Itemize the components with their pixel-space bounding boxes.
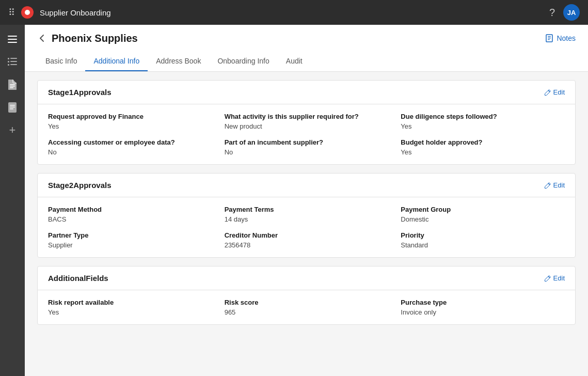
stage2approvals-edit-label: Edit [553, 181, 565, 189]
notes-button[interactable]: Notes [545, 34, 576, 42]
tab-address-book[interactable]: Address Book [148, 52, 209, 71]
page-header-top: Phoenix Supplies Notes [37, 25, 576, 52]
field-value: Yes [401, 122, 565, 130]
field-label: Payment Method [48, 206, 212, 213]
stage2approvals-edit-button[interactable]: Edit [544, 181, 565, 189]
field-label: Risk report available [48, 299, 212, 306]
stage2approvals-title: Stage2Approvals [48, 181, 112, 190]
sidebar-icon-document[interactable] [2, 97, 23, 118]
tab-additional-info[interactable]: Additional Info [85, 52, 148, 71]
tab-audit[interactable]: Audit [278, 52, 311, 71]
back-button[interactable] [37, 33, 47, 43]
svg-rect-4 [10, 58, 17, 59]
field-label: Part of an incumbent supplier? [225, 138, 389, 146]
app-title: Supplier Onboarding [40, 8, 111, 17]
additionalfields-title: AdditionalFields [48, 274, 108, 283]
field-label: What activity is this supplier required … [225, 113, 389, 120]
field-incumbent: Part of an incumbent supplier? No [225, 138, 389, 156]
additionalfields-edit-label: Edit [553, 274, 565, 282]
stage2approvals-header: Stage2Approvals Edit [38, 174, 575, 197]
svg-rect-18 [548, 38, 551, 38]
additionalfields-header: AdditionalFields Edit [38, 267, 575, 290]
field-value: No [48, 148, 212, 156]
field-value: 14 days [225, 215, 389, 223]
svg-rect-17 [548, 36, 551, 37]
field-partner-type: Partner Type Supplier [48, 231, 212, 249]
page-content: Stage1Approvals Edit Request approved by… [25, 72, 588, 376]
field-value: 965 [225, 308, 389, 316]
field-label: Request approved by Finance [48, 113, 212, 120]
field-value: No [225, 148, 389, 156]
field-label: Risk score [225, 299, 389, 306]
field-label: Payment Group [401, 206, 565, 213]
sidebar-icon-file-alt[interactable] [2, 74, 23, 95]
apps-icon[interactable]: ⠿ [8, 7, 15, 18]
page-header: Phoenix Supplies Notes Basic Info Additi… [25, 25, 588, 72]
svg-rect-11 [10, 87, 13, 88]
stage2approvals-body: Payment Method BACS Payment Terms 14 day… [38, 197, 575, 257]
svg-rect-15 [10, 108, 13, 109]
field-risk-score: Risk score 965 [225, 299, 389, 316]
stage1approvals-row-1: Request approved by Finance Yes What act… [48, 113, 565, 130]
svg-rect-7 [8, 64, 9, 66]
stage2approvals-section: Stage2Approvals Edit Payment Method BACS [37, 173, 576, 258]
field-value: New product [225, 122, 389, 130]
stage2approvals-row-1: Payment Method BACS Payment Terms 14 day… [48, 206, 565, 223]
additionalfields-row-1: Risk report available Yes Risk score 965… [48, 299, 565, 316]
field-activity: What activity is this supplier required … [225, 113, 389, 130]
svg-rect-1 [8, 39, 17, 40]
svg-rect-13 [10, 105, 15, 106]
sidebar-icon-menu[interactable] [2, 29, 23, 50]
field-priority: Priority Standard [401, 231, 565, 249]
stage1approvals-row-2: Accessing customer or employee data? No … [48, 138, 565, 156]
field-payment-group: Payment Group Domestic [401, 206, 565, 223]
notes-label: Notes [557, 34, 576, 42]
field-risk-report: Risk report available Yes [48, 299, 212, 316]
svg-rect-8 [10, 64, 17, 65]
field-value: BACS [48, 215, 212, 223]
stage1approvals-edit-button[interactable]: Edit [544, 88, 565, 96]
svg-rect-6 [10, 61, 17, 62]
field-label: Budget holder approved? [401, 138, 565, 146]
help-button[interactable]: ? [549, 7, 555, 19]
sidebar-icon-add[interactable]: + [2, 120, 23, 140]
field-label: Creditor Number [225, 231, 389, 239]
field-value: Yes [401, 148, 565, 156]
topbar-right: ? JA [549, 4, 580, 21]
stage1approvals-header: Stage1Approvals Edit [38, 81, 575, 104]
svg-rect-10 [10, 86, 15, 87]
tab-onboarding-info[interactable]: Onboarding Info [209, 52, 277, 71]
field-customer-data: Accessing customer or employee data? No [48, 138, 212, 156]
sidebar-icon-list[interactable] [2, 52, 23, 72]
field-value: 2356478 [225, 241, 389, 249]
stage1approvals-section: Stage1Approvals Edit Request approved by… [37, 80, 576, 165]
field-value: Domestic [401, 215, 565, 223]
svg-rect-5 [8, 61, 9, 62]
brand-logo [21, 6, 34, 19]
topbar-left: ⠿ Supplier Onboarding [8, 6, 111, 19]
field-value: Yes [48, 122, 212, 130]
additionalfields-body: Risk report available Yes Risk score 965… [38, 290, 575, 324]
field-request-approved: Request approved by Finance Yes [48, 113, 212, 130]
field-value: Supplier [48, 241, 212, 249]
page-header-left: Phoenix Supplies [37, 33, 138, 44]
page-title: Phoenix Supplies [52, 33, 138, 44]
field-purchase-type: Purchase type Invoice only [401, 299, 565, 316]
svg-rect-19 [548, 39, 550, 40]
main-layout: + Phoenix Supplies [0, 25, 588, 376]
additionalfields-section: AdditionalFields Edit Risk report availa… [37, 266, 576, 325]
svg-rect-3 [8, 58, 9, 59]
avatar[interactable]: JA [563, 4, 580, 21]
svg-rect-0 [8, 36, 17, 37]
additionalfields-edit-button[interactable]: Edit [544, 274, 565, 282]
field-budget-holder: Budget holder approved? Yes [401, 138, 565, 156]
field-label: Partner Type [48, 231, 212, 239]
svg-rect-2 [8, 42, 17, 43]
stage1approvals-title: Stage1Approvals [48, 88, 112, 97]
tab-basic-info[interactable]: Basic Info [37, 52, 85, 71]
field-due-diligence: Due diligence steps followed? Yes [401, 113, 565, 130]
svg-rect-14 [10, 107, 15, 108]
field-label: Accessing customer or employee data? [48, 138, 212, 146]
tabs: Basic Info Additional Info Address Book … [37, 52, 576, 71]
field-value: Invoice only [401, 308, 565, 316]
